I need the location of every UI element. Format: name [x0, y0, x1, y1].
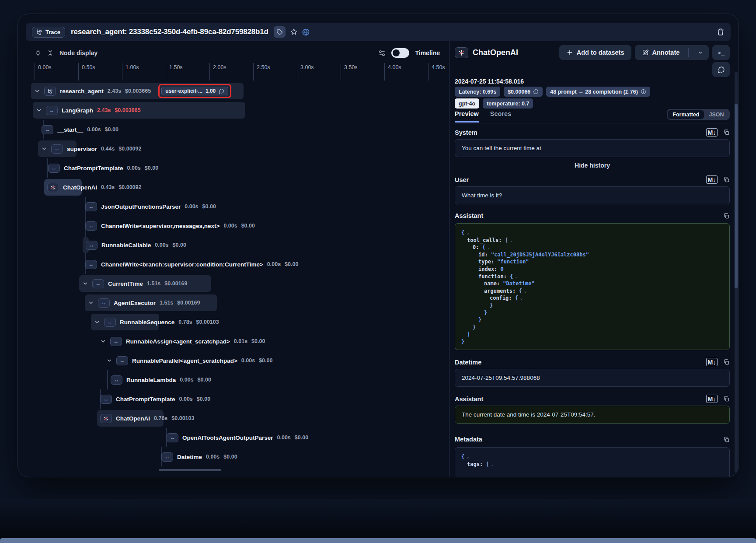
node-display-bar: Node display Timeline — [18, 46, 449, 60]
chevron-down-icon[interactable] — [100, 338, 106, 344]
node-label: LangGraph — [62, 107, 93, 114]
copy-icon[interactable] — [723, 436, 730, 443]
app-window: Trace research_agent: 23338c52-350d-4efb… — [17, 14, 739, 477]
run-params-row: gpt-4o temperature: 0.7 — [455, 98, 533, 109]
ruler-tick: 2.00s — [209, 63, 210, 81]
ruler-tick: 3.50s — [341, 63, 341, 81]
chevron-down-icon[interactable] — [36, 107, 42, 113]
collapse-chevron-icon[interactable]: ⌄ — [524, 287, 526, 295]
code-line: } — [461, 316, 723, 324]
tree-node-RunnableLambda[interactable]: ↔RunnableLambda0.00s$0.00 — [18, 370, 449, 389]
annotate-dropdown[interactable] — [692, 49, 709, 56]
copy-icon[interactable] — [723, 396, 730, 402]
format-toggle: Formatted JSON — [667, 109, 730, 120]
tree-node-ChannelWrite<supervisor,messages,next>[interactable]: ↔ChannelWrite<supervisor,messages,next>0… — [18, 216, 449, 235]
node-cost: $0.003665 — [125, 88, 151, 94]
node-cost: $0.00 — [145, 165, 158, 171]
tree-node-RunnableSequence[interactable]: ↔RunnableSequence0.78s$0.00103 — [18, 312, 449, 332]
runnable-node-icon: ↔ — [85, 202, 97, 211]
run-stats-row: Latency: 0.69s $0.00066 48 prompt → 28 c… — [455, 87, 650, 97]
tree-node-__start__[interactable]: ↔__start__0.00s$0.00 — [18, 120, 449, 139]
chevron-down-icon[interactable] — [82, 280, 88, 287]
share-globe-button[interactable] — [302, 28, 310, 36]
add-to-datasets-button[interactable]: Add to datasets — [559, 45, 631, 60]
node-label: ChatPromptTemplate — [64, 165, 123, 172]
copy-icon[interactable] — [723, 213, 730, 219]
runnable-node-icon: ↔ — [111, 375, 122, 385]
latency-badge: Latency: 0.69s — [455, 87, 500, 97]
annotate-button[interactable]: Annotate — [635, 45, 709, 60]
tree-node-OpenAIToolsAgentOutputParser[interactable]: ↔OpenAIToolsAgentOutputParser0.00s$0.00 — [18, 428, 449, 447]
run-title: ChatOpenAI — [473, 48, 518, 57]
node-duration: 0.00s — [155, 242, 168, 248]
openai-node-icon — [47, 183, 59, 192]
tree-node-AgentExecutor[interactable]: ↔AgentExecutor1.51s$0.00169 — [18, 293, 449, 312]
tree-node-LangGraph[interactable]: ↔LangGraph2.43s$0.003665 — [18, 101, 449, 120]
collapse-chevron-icon[interactable]: ⌄ — [520, 294, 523, 302]
tree-node-Datetime[interactable]: ↔Datetime0.00s$0.00 — [18, 447, 449, 466]
node-label: Datetime — [177, 454, 202, 460]
node-label: RunnableParallel<agent_scratchpad> — [132, 357, 237, 364]
collapse-chevron-icon[interactable]: ⌄ — [467, 229, 469, 237]
tree-node-CurrentTime[interactable]: ↔CurrentTime1.51s$0.00169 — [18, 274, 449, 293]
markdown-icon[interactable]: M↓ — [706, 128, 718, 137]
copy-icon[interactable] — [723, 359, 730, 365]
tokens-badge[interactable]: 48 prompt → 28 completion (Σ 76) — [546, 87, 650, 97]
chevron-down-icon[interactable] — [94, 319, 100, 325]
chevron-down-icon[interactable] — [88, 300, 94, 306]
display-settings-icon[interactable] — [378, 49, 386, 57]
collapse-chevron-icon[interactable]: ⌄ — [515, 273, 517, 280]
collapse-chevron-icon[interactable]: ⌄ — [467, 453, 469, 461]
code-line: type: "function" — [461, 258, 723, 266]
node-duration: 0.00s — [277, 434, 291, 441]
info-icon — [641, 89, 646, 95]
copy-icon[interactable] — [723, 176, 730, 183]
chevron-down-icon[interactable] — [41, 146, 47, 152]
copy-icon[interactable] — [723, 129, 730, 136]
format-json[interactable]: JSON — [704, 110, 728, 119]
collapse-chevron-icon[interactable]: ⌄ — [491, 461, 494, 468]
tag-button[interactable] — [274, 26, 286, 38]
markdown-icon[interactable]: M↓ — [706, 358, 718, 366]
timeline-ruler: 0.00s0.50s1.00s1.50s2.00s2.50s3.00s3.50s… — [18, 63, 449, 81]
tree-node-ChatOpenAI[interactable]: ChatOpenAI0.43s$0.00092 — [18, 178, 449, 197]
tree-node-research_agent[interactable]: research_agent2.43s$0.003665user-explici… — [18, 81, 449, 101]
tree-node-ChatOpenAI[interactable]: ChatOpenAI0.76s$0.00103 — [18, 409, 449, 428]
tree-node-RunnableParallel<agent_scratchpad>[interactable]: ↔RunnableParallel<agent_scratchpad>0.00s… — [18, 351, 449, 370]
node-label: OpenAIToolsAgentOutputParser — [182, 434, 273, 441]
markdown-icon[interactable]: M↓ — [706, 175, 718, 184]
tab-scores[interactable]: Scores — [490, 110, 511, 123]
feedback-chat-button[interactable] — [712, 62, 730, 77]
runnable-node-icon: ↔ — [51, 144, 63, 154]
timeline-toggle-label: Timeline — [415, 49, 440, 56]
vertical-scrollbar[interactable] — [735, 72, 738, 473]
format-formatted[interactable]: Formatted — [668, 110, 704, 119]
tree-node-RunnableAssign<agent_scratchpad>[interactable]: ↔RunnableAssign<agent_scratchpad>0.01s$0… — [18, 332, 449, 351]
collapse-chevron-icon[interactable]: ⌄ — [510, 237, 512, 244]
tab-preview[interactable]: Preview — [455, 110, 479, 123]
node-label: ChannelWrite<supervisor,messages,next> — [101, 223, 219, 229]
feedback-badge[interactable]: user-explicit-...1.00 — [161, 87, 228, 95]
markdown-icon[interactable]: M↓ — [706, 395, 718, 403]
cost-badge[interactable]: $0.00066 — [504, 87, 543, 97]
star-button[interactable] — [290, 28, 298, 36]
chevron-down-icon[interactable] — [106, 357, 112, 364]
chevron-down-icon[interactable] — [34, 88, 40, 94]
tree-node-RunnableCallable[interactable]: ↔RunnableCallable0.00s$0.00 — [18, 235, 449, 255]
horizontal-scrollbar[interactable] — [159, 469, 221, 471]
tree-node-ChatPromptTemplate[interactable]: ↔ChatPromptTemplate0.00s$0.00 — [18, 389, 449, 409]
tree-node-ChannelWrite<branch:supervisor:condition:CurrentTime>[interactable]: ↔ChannelWrite<branch:supervisor:conditio… — [18, 255, 449, 274]
expand-all-icon[interactable] — [35, 49, 42, 56]
timeline-toggle[interactable] — [391, 48, 409, 58]
tree-node-JsonOutputFunctionsParser[interactable]: ↔JsonOutputFunctionsParser0.00s$0.00 — [18, 197, 449, 216]
tree-node-supervisor[interactable]: ↔supervisor0.44s$0.00092 — [18, 139, 449, 158]
code-line: } — [461, 302, 723, 309]
tree-node-ChatPromptTemplate[interactable]: ↔ChatPromptTemplate0.00s$0.00 — [18, 158, 449, 178]
hide-history-button[interactable]: Hide history — [455, 162, 730, 169]
run-timestamp: 2024-07-25 11:54:58.016 — [455, 78, 524, 85]
delete-button[interactable] — [717, 28, 725, 36]
collapse-all-icon[interactable] — [47, 49, 54, 56]
node-cost: $0.00 — [202, 203, 216, 210]
collapse-chevron-icon[interactable]: ⌄ — [488, 244, 490, 251]
playground-button[interactable]: >_ — [712, 45, 730, 60]
